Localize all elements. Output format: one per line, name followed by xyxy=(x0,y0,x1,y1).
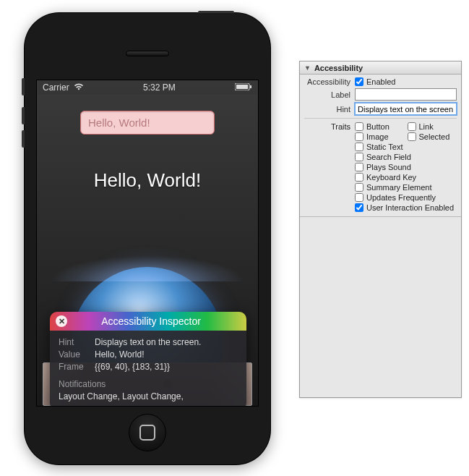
notifications-label: Notifications xyxy=(59,378,238,391)
panel-body: Accessibility Enabled Label Hint Traits … xyxy=(300,75,461,216)
trait-link[interactable]: Link xyxy=(408,122,457,131)
trait-keyboard-key[interactable]: Keyboard Key xyxy=(355,173,457,182)
clock-label: 5:32 PM xyxy=(84,82,235,93)
trait-plays-sound[interactable]: Plays Sound xyxy=(355,163,457,171)
trait-search-field[interactable]: Search Field xyxy=(355,153,457,161)
label-row-label: Label xyxy=(304,90,355,99)
textfield-placeholder: Hello, World! xyxy=(88,116,150,129)
panel-empty-area xyxy=(300,216,461,375)
panel-header[interactable]: ▼ Accessibility xyxy=(300,61,461,75)
enabled-label: Enabled xyxy=(366,77,395,86)
carrier-label: Carrier xyxy=(43,82,69,93)
inspector-header[interactable]: ✕ Accessibility Inspector xyxy=(50,312,246,331)
svg-rect-2 xyxy=(250,85,251,88)
trait-selected[interactable]: Selected xyxy=(408,132,457,141)
inspector-body: Hint Displays text on the screen. Value … xyxy=(50,331,246,407)
notifications-value: Layout Change, Layout Change, xyxy=(59,391,238,403)
hint-value: Displays text on the screen. xyxy=(95,336,201,349)
screen: Carrier 5:32 PM Hello, World! Hello, Wor… xyxy=(36,80,259,407)
value-value: Hello, World! xyxy=(95,349,144,361)
hello-label: Hello, World! xyxy=(37,169,258,192)
disclosure-triangle-icon[interactable]: ▼ xyxy=(304,64,311,72)
trait-static-text[interactable]: Static Text xyxy=(355,143,457,151)
label-field[interactable] xyxy=(355,88,457,101)
traits-row-label: Traits xyxy=(304,122,355,212)
trait-updates-frequently[interactable]: Updates Frequently xyxy=(355,193,457,202)
xcode-accessibility-panel: ▼ Accessibility Accessibility Enabled La… xyxy=(299,61,462,398)
battery-icon xyxy=(235,82,252,93)
trait-user-interaction-enabled[interactable]: User Interaction Enabled xyxy=(355,203,457,212)
frame-value: {{69, 40}, {183, 31}} xyxy=(95,361,170,373)
earpiece xyxy=(126,51,169,56)
trait-button[interactable]: Button xyxy=(355,122,405,131)
trait-summary-element[interactable]: Summary Element xyxy=(355,183,457,192)
enabled-checkbox-input[interactable] xyxy=(355,77,363,86)
value-key: Value xyxy=(59,349,89,361)
hint-field[interactable] xyxy=(355,103,457,115)
close-icon[interactable]: ✕ xyxy=(56,315,67,327)
accessibility-row-label: Accessibility xyxy=(304,77,355,86)
wifi-icon xyxy=(74,82,84,93)
accessibility-inspector[interactable]: ✕ Accessibility Inspector Hint Displays … xyxy=(50,312,246,407)
iphone-device: Carrier 5:32 PM Hello, World! Hello, Wor… xyxy=(25,13,270,464)
svg-rect-1 xyxy=(236,85,248,89)
home-button[interactable] xyxy=(129,414,166,451)
hint-row-label: Hint xyxy=(304,105,355,114)
hint-key: Hint xyxy=(59,336,89,349)
inspector-title: Accessibility Inspector xyxy=(73,315,229,327)
trait-image[interactable]: Image xyxy=(355,132,405,141)
frame-key: Frame xyxy=(59,361,89,373)
status-bar: Carrier 5:32 PM xyxy=(37,80,258,95)
panel-title: Accessibility xyxy=(314,64,363,72)
hello-textfield[interactable]: Hello, World! xyxy=(80,111,215,135)
enabled-checkbox[interactable]: Enabled xyxy=(355,77,395,86)
